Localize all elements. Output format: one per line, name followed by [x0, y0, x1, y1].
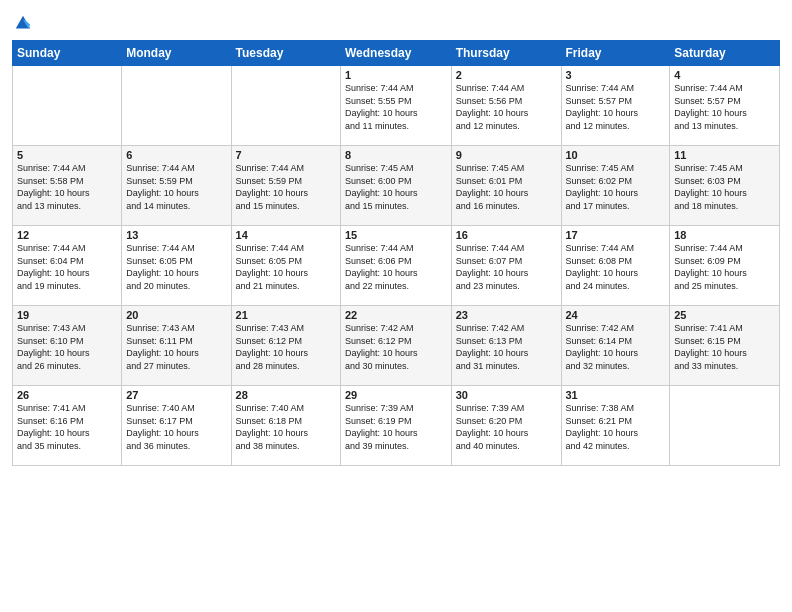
day-info: Sunrise: 7:42 AM Sunset: 6:13 PM Dayligh… [456, 322, 557, 372]
day-info: Sunrise: 7:41 AM Sunset: 6:16 PM Dayligh… [17, 402, 117, 452]
day-number: 7 [236, 149, 336, 161]
day-number: 6 [126, 149, 226, 161]
calendar-cell: 29Sunrise: 7:39 AM Sunset: 6:19 PM Dayli… [341, 386, 452, 466]
calendar-cell: 13Sunrise: 7:44 AM Sunset: 6:05 PM Dayli… [122, 226, 231, 306]
calendar-cell: 4Sunrise: 7:44 AM Sunset: 5:57 PM Daylig… [670, 66, 780, 146]
day-number: 31 [566, 389, 666, 401]
day-number: 5 [17, 149, 117, 161]
calendar-cell: 25Sunrise: 7:41 AM Sunset: 6:15 PM Dayli… [670, 306, 780, 386]
day-number: 26 [17, 389, 117, 401]
weekday-header-saturday: Saturday [670, 41, 780, 66]
day-info: Sunrise: 7:44 AM Sunset: 5:57 PM Dayligh… [566, 82, 666, 132]
day-number: 27 [126, 389, 226, 401]
day-number: 15 [345, 229, 447, 241]
day-number: 13 [126, 229, 226, 241]
calendar-cell: 28Sunrise: 7:40 AM Sunset: 6:18 PM Dayli… [231, 386, 340, 466]
calendar-cell: 11Sunrise: 7:45 AM Sunset: 6:03 PM Dayli… [670, 146, 780, 226]
calendar-cell: 27Sunrise: 7:40 AM Sunset: 6:17 PM Dayli… [122, 386, 231, 466]
day-info: Sunrise: 7:44 AM Sunset: 5:58 PM Dayligh… [17, 162, 117, 212]
weekday-header-sunday: Sunday [13, 41, 122, 66]
calendar-cell: 1Sunrise: 7:44 AM Sunset: 5:55 PM Daylig… [341, 66, 452, 146]
calendar-cell: 24Sunrise: 7:42 AM Sunset: 6:14 PM Dayli… [561, 306, 670, 386]
logo [12, 14, 32, 32]
day-number: 1 [345, 69, 447, 81]
day-number: 11 [674, 149, 775, 161]
calendar-week-row: 1Sunrise: 7:44 AM Sunset: 5:55 PM Daylig… [13, 66, 780, 146]
calendar-cell: 3Sunrise: 7:44 AM Sunset: 5:57 PM Daylig… [561, 66, 670, 146]
day-info: Sunrise: 7:43 AM Sunset: 6:11 PM Dayligh… [126, 322, 226, 372]
calendar-cell: 21Sunrise: 7:43 AM Sunset: 6:12 PM Dayli… [231, 306, 340, 386]
calendar-cell: 19Sunrise: 7:43 AM Sunset: 6:10 PM Dayli… [13, 306, 122, 386]
day-number: 10 [566, 149, 666, 161]
day-info: Sunrise: 7:42 AM Sunset: 6:12 PM Dayligh… [345, 322, 447, 372]
calendar-cell: 14Sunrise: 7:44 AM Sunset: 6:05 PM Dayli… [231, 226, 340, 306]
calendar-cell: 18Sunrise: 7:44 AM Sunset: 6:09 PM Dayli… [670, 226, 780, 306]
day-number: 9 [456, 149, 557, 161]
calendar-table: SundayMondayTuesdayWednesdayThursdayFrid… [12, 40, 780, 466]
day-info: Sunrise: 7:40 AM Sunset: 6:17 PM Dayligh… [126, 402, 226, 452]
day-info: Sunrise: 7:44 AM Sunset: 6:08 PM Dayligh… [566, 242, 666, 292]
day-number: 2 [456, 69, 557, 81]
day-number: 19 [17, 309, 117, 321]
day-info: Sunrise: 7:44 AM Sunset: 6:07 PM Dayligh… [456, 242, 557, 292]
weekday-header-row: SundayMondayTuesdayWednesdayThursdayFrid… [13, 41, 780, 66]
day-number: 30 [456, 389, 557, 401]
weekday-header-wednesday: Wednesday [341, 41, 452, 66]
day-info: Sunrise: 7:38 AM Sunset: 6:21 PM Dayligh… [566, 402, 666, 452]
logo-icon [14, 14, 32, 32]
day-info: Sunrise: 7:44 AM Sunset: 5:59 PM Dayligh… [126, 162, 226, 212]
day-number: 14 [236, 229, 336, 241]
calendar-cell: 20Sunrise: 7:43 AM Sunset: 6:11 PM Dayli… [122, 306, 231, 386]
day-number: 23 [456, 309, 557, 321]
day-info: Sunrise: 7:41 AM Sunset: 6:15 PM Dayligh… [674, 322, 775, 372]
day-info: Sunrise: 7:44 AM Sunset: 6:09 PM Dayligh… [674, 242, 775, 292]
day-info: Sunrise: 7:45 AM Sunset: 6:03 PM Dayligh… [674, 162, 775, 212]
day-number: 16 [456, 229, 557, 241]
day-number: 20 [126, 309, 226, 321]
day-info: Sunrise: 7:39 AM Sunset: 6:20 PM Dayligh… [456, 402, 557, 452]
weekday-header-friday: Friday [561, 41, 670, 66]
day-number: 24 [566, 309, 666, 321]
day-number: 28 [236, 389, 336, 401]
day-number: 22 [345, 309, 447, 321]
day-number: 21 [236, 309, 336, 321]
day-number: 12 [17, 229, 117, 241]
page-container: SundayMondayTuesdayWednesdayThursdayFrid… [0, 0, 792, 472]
day-info: Sunrise: 7:44 AM Sunset: 5:56 PM Dayligh… [456, 82, 557, 132]
day-number: 8 [345, 149, 447, 161]
calendar-cell: 9Sunrise: 7:45 AM Sunset: 6:01 PM Daylig… [451, 146, 561, 226]
calendar-cell: 22Sunrise: 7:42 AM Sunset: 6:12 PM Dayli… [341, 306, 452, 386]
calendar-cell: 23Sunrise: 7:42 AM Sunset: 6:13 PM Dayli… [451, 306, 561, 386]
calendar-cell: 31Sunrise: 7:38 AM Sunset: 6:21 PM Dayli… [561, 386, 670, 466]
calendar-cell [670, 386, 780, 466]
day-info: Sunrise: 7:43 AM Sunset: 6:10 PM Dayligh… [17, 322, 117, 372]
day-info: Sunrise: 7:44 AM Sunset: 5:55 PM Dayligh… [345, 82, 447, 132]
calendar-week-row: 5Sunrise: 7:44 AM Sunset: 5:58 PM Daylig… [13, 146, 780, 226]
calendar-cell: 8Sunrise: 7:45 AM Sunset: 6:00 PM Daylig… [341, 146, 452, 226]
day-info: Sunrise: 7:44 AM Sunset: 6:05 PM Dayligh… [126, 242, 226, 292]
page-header [12, 10, 780, 32]
day-info: Sunrise: 7:45 AM Sunset: 6:02 PM Dayligh… [566, 162, 666, 212]
calendar-cell: 7Sunrise: 7:44 AM Sunset: 5:59 PM Daylig… [231, 146, 340, 226]
calendar-cell: 5Sunrise: 7:44 AM Sunset: 5:58 PM Daylig… [13, 146, 122, 226]
calendar-cell: 26Sunrise: 7:41 AM Sunset: 6:16 PM Dayli… [13, 386, 122, 466]
weekday-header-thursday: Thursday [451, 41, 561, 66]
day-info: Sunrise: 7:44 AM Sunset: 5:57 PM Dayligh… [674, 82, 775, 132]
calendar-cell [13, 66, 122, 146]
calendar-cell: 30Sunrise: 7:39 AM Sunset: 6:20 PM Dayli… [451, 386, 561, 466]
calendar-cell: 2Sunrise: 7:44 AM Sunset: 5:56 PM Daylig… [451, 66, 561, 146]
day-number: 18 [674, 229, 775, 241]
day-number: 4 [674, 69, 775, 81]
day-number: 29 [345, 389, 447, 401]
day-info: Sunrise: 7:44 AM Sunset: 5:59 PM Dayligh… [236, 162, 336, 212]
day-info: Sunrise: 7:43 AM Sunset: 6:12 PM Dayligh… [236, 322, 336, 372]
day-number: 3 [566, 69, 666, 81]
day-info: Sunrise: 7:39 AM Sunset: 6:19 PM Dayligh… [345, 402, 447, 452]
calendar-cell: 10Sunrise: 7:45 AM Sunset: 6:02 PM Dayli… [561, 146, 670, 226]
weekday-header-monday: Monday [122, 41, 231, 66]
calendar-week-row: 12Sunrise: 7:44 AM Sunset: 6:04 PM Dayli… [13, 226, 780, 306]
calendar-cell [122, 66, 231, 146]
calendar-cell: 17Sunrise: 7:44 AM Sunset: 6:08 PM Dayli… [561, 226, 670, 306]
calendar-cell: 16Sunrise: 7:44 AM Sunset: 6:07 PM Dayli… [451, 226, 561, 306]
day-info: Sunrise: 7:44 AM Sunset: 6:05 PM Dayligh… [236, 242, 336, 292]
